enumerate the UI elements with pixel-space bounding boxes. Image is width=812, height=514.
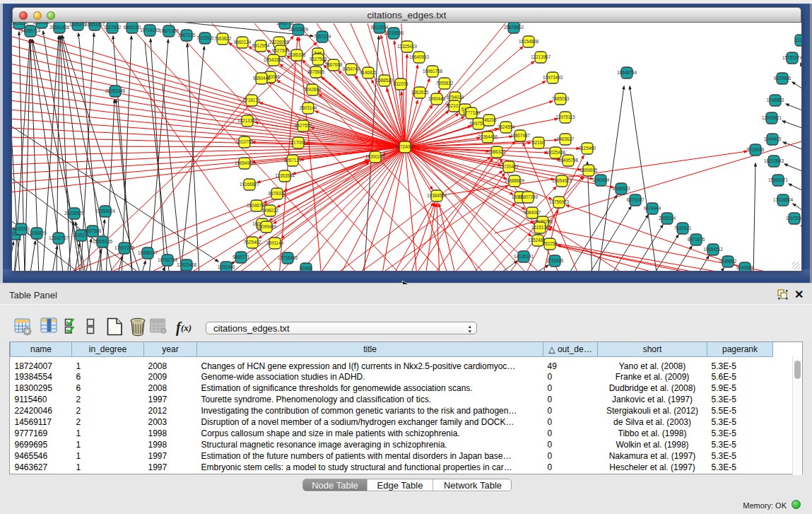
svg-text:92465: 92465 <box>300 266 312 271</box>
svg-text:7986322: 7986322 <box>488 149 506 154</box>
svg-text:18300295: 18300295 <box>365 154 386 159</box>
svg-text:10958107: 10958107 <box>138 250 158 255</box>
svg-text:1362615: 1362615 <box>411 90 429 95</box>
svg-text:7955812: 7955812 <box>436 81 454 86</box>
svg-text:9527509: 9527509 <box>272 48 290 53</box>
svg-text:8813054: 8813054 <box>371 25 389 30</box>
svg-text:9390448: 9390448 <box>253 76 271 81</box>
svg-text:19218596: 19218596 <box>384 30 404 35</box>
svg-text:6879197: 6879197 <box>627 197 645 202</box>
svg-text:3624554: 3624554 <box>498 124 515 129</box>
svg-text:11125: 11125 <box>795 37 801 42</box>
svg-text:1403554: 1403554 <box>12 23 28 25</box>
svg-text:12093821: 12093821 <box>762 115 782 120</box>
svg-text:7663822: 7663822 <box>214 36 232 41</box>
svg-text:6899695: 6899695 <box>580 168 598 173</box>
svg-text:8215958: 8215958 <box>747 147 765 152</box>
svg-text:746206: 746206 <box>481 117 497 122</box>
svg-text:12342757: 12342757 <box>49 235 69 240</box>
svg-text:17359924: 17359924 <box>95 209 116 214</box>
svg-text:8454749: 8454749 <box>343 66 360 71</box>
svg-text:832203: 832203 <box>393 81 408 86</box>
svg-text:9245652: 9245652 <box>719 259 737 264</box>
svg-text:16033809: 16033809 <box>288 27 309 32</box>
svg-text:11156829: 11156829 <box>27 230 47 235</box>
svg-text:1640954: 1640954 <box>592 177 610 182</box>
svg-text:1667135: 1667135 <box>178 33 196 37</box>
svg-text:9463627: 9463627 <box>557 136 575 141</box>
svg-text:20876862: 20876862 <box>504 25 524 30</box>
svg-text:12505135: 12505135 <box>93 239 113 244</box>
svg-text:1993778: 1993778 <box>276 23 294 25</box>
svg-text:1691144: 1691144 <box>266 240 284 245</box>
svg-text:16543362: 16543362 <box>264 57 284 62</box>
svg-text:9777169: 9777169 <box>463 110 481 115</box>
svg-text:20364436: 20364436 <box>478 134 498 139</box>
svg-text:1527602: 1527602 <box>104 25 122 30</box>
svg-text:8186328: 8186328 <box>288 52 306 57</box>
svg-text:7485063: 7485063 <box>552 96 570 101</box>
svg-text:7515526: 7515526 <box>196 35 214 40</box>
svg-text:62160: 62160 <box>532 140 545 145</box>
svg-text:1292346: 1292346 <box>218 264 235 269</box>
svg-text:1244415: 1244415 <box>764 136 782 141</box>
svg-text:8471676: 8471676 <box>688 237 705 242</box>
svg-text:1167534: 1167534 <box>786 216 801 221</box>
svg-text:10653267: 10653267 <box>85 23 105 27</box>
svg-text:2935114: 2935114 <box>659 216 676 221</box>
svg-text:16046788: 16046788 <box>247 203 267 208</box>
svg-text:9129966: 9129966 <box>774 76 792 81</box>
svg-text:5498222: 5498222 <box>261 208 279 213</box>
svg-text:18495798: 18495798 <box>558 158 579 163</box>
svg-text:17957255: 17957255 <box>114 245 135 250</box>
svg-text:9660124: 9660124 <box>234 40 252 45</box>
svg-text:16782759: 16782759 <box>158 257 178 262</box>
svg-text:10025438: 10025438 <box>546 150 566 155</box>
svg-text:8938923: 8938923 <box>613 186 630 191</box>
svg-text:23226058: 23226058 <box>269 40 290 45</box>
svg-text:2069140: 2069140 <box>33 23 51 25</box>
svg-text:9084067: 9084067 <box>524 210 541 215</box>
svg-text:20691406: 20691406 <box>49 25 70 30</box>
svg-text:(x): (x) <box>181 322 192 333</box>
svg-text:2803144: 2803144 <box>300 105 317 110</box>
svg-text:9146821: 9146821 <box>360 70 377 75</box>
svg-text:1588520: 1588520 <box>376 78 394 83</box>
svg-text:8912954: 8912954 <box>252 43 270 48</box>
svg-text:16671355: 16671355 <box>159 28 180 33</box>
svg-text:9242848: 9242848 <box>304 87 322 92</box>
svg-text:12923468: 12923468 <box>177 262 197 267</box>
svg-text:19166827: 19166827 <box>240 182 260 187</box>
svg-text:1615132: 1615132 <box>531 225 549 230</box>
svg-text:15692971: 15692971 <box>768 177 789 182</box>
svg-text:19654923: 19654923 <box>552 178 572 183</box>
svg-text:15720407: 15720407 <box>499 164 519 169</box>
svg-text:20053346: 20053346 <box>105 88 126 93</box>
svg-text:9474444: 9474444 <box>644 206 661 211</box>
svg-text:6794024: 6794024 <box>447 95 464 100</box>
svg-text:3267130: 3267130 <box>284 158 302 163</box>
svg-text:16648784: 16648784 <box>617 70 637 75</box>
svg-text:20206576: 20206576 <box>64 211 85 216</box>
svg-text:317004: 317004 <box>290 140 306 145</box>
svg-text:1010755: 1010755 <box>236 139 254 144</box>
svg-text:1733426: 1733426 <box>546 258 564 263</box>
svg-text:12213967: 12213967 <box>531 54 551 59</box>
svg-text:18724007: 18724007 <box>395 144 416 149</box>
svg-text:18807249: 18807249 <box>518 194 539 199</box>
svg-text:7357224: 7357224 <box>314 34 331 39</box>
svg-text:14055714: 14055714 <box>20 28 41 33</box>
svg-text:10756923: 10756923 <box>549 199 570 204</box>
svg-text:1990448: 1990448 <box>428 96 446 101</box>
svg-text:16961758: 16961758 <box>423 69 443 74</box>
svg-text:16099489: 16099489 <box>257 224 277 229</box>
svg-text:14136141: 14136141 <box>514 254 534 259</box>
svg-text:9115460: 9115460 <box>579 146 596 151</box>
svg-text:3875685: 3875685 <box>307 69 325 74</box>
svg-text:11353594: 11353594 <box>275 173 295 178</box>
svg-text:10807487: 10807487 <box>510 133 531 138</box>
svg-text:8427552: 8427552 <box>295 123 312 128</box>
svg-text:12213369: 12213369 <box>237 118 258 123</box>
svg-text:15716485: 15716485 <box>278 255 298 260</box>
svg-text:9465771: 9465771 <box>233 255 250 259</box>
